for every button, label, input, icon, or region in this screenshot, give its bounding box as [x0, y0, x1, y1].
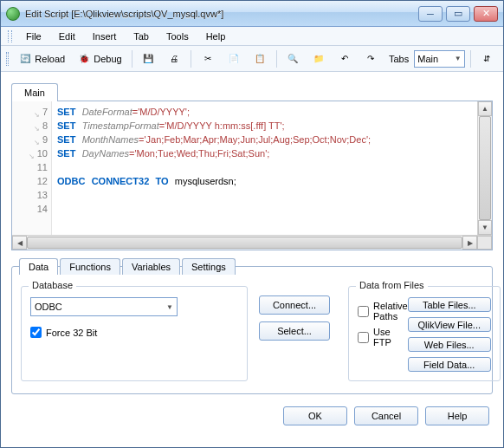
save-button[interactable]: 💾 — [137, 49, 159, 68]
use-ftp-checkbox[interactable]: Use FTP — [358, 327, 408, 347]
table-files-button[interactable]: Table Files... — [408, 297, 491, 312]
open-folder-button[interactable]: 📁 — [307, 49, 330, 68]
tab-functions[interactable]: Functions — [60, 258, 120, 275]
menubar: File Edit Insert Tab Tools Help — [1, 27, 503, 46]
tabs-label: Tabs — [389, 54, 409, 64]
save-icon: 💾 — [141, 52, 155, 66]
undo-icon: ↶ — [338, 52, 352, 66]
web-files-button[interactable]: Web Files... — [408, 337, 491, 352]
reload-icon: 🔄 — [18, 52, 32, 66]
scroll-up-icon[interactable]: ▲ — [478, 101, 492, 116]
menu-insert[interactable]: Insert — [86, 29, 124, 43]
edit-script-window: Edit Script [E:\Qlikview\scripts\QV_mysq… — [0, 0, 504, 448]
field-data-button[interactable]: Field Data... — [408, 357, 491, 372]
database-driver-value: ODBC — [35, 302, 62, 312]
cut-icon: ✂ — [201, 52, 215, 66]
menu-tools[interactable]: Tools — [159, 29, 196, 43]
select-button[interactable]: Select... — [259, 321, 330, 341]
connect-button[interactable]: Connect... — [259, 295, 330, 315]
menu-help[interactable]: Help — [199, 29, 233, 43]
scroll-corner — [477, 236, 492, 250]
database-fieldset: Database ODBC ▼ Force 32 Bit Connect... … — [21, 286, 248, 381]
vertical-scrollbar[interactable]: ▲ ▼ — [477, 101, 492, 235]
app-icon — [6, 7, 20, 21]
database-driver-combo[interactable]: ODBC ▼ — [30, 297, 178, 316]
use-ftp-input[interactable] — [358, 332, 369, 343]
minimize-button[interactable]: ─ — [418, 6, 443, 22]
force-32bit-checkbox[interactable]: Force 32 Bit — [30, 327, 238, 338]
debug-label: Debug — [94, 54, 121, 64]
force-32bit-label: Force 32 Bit — [46, 328, 97, 338]
cut-button[interactable]: ✂ — [197, 49, 219, 68]
content-area: Main ↘7 ↘8 ↘9 ↘10 11 12 13 14 SET DateFo… — [1, 72, 503, 436]
tab-variables[interactable]: Variables — [122, 258, 180, 275]
dialog-buttons: OK Cancel Help — [11, 406, 493, 425]
script-tab-main[interactable]: Main — [11, 83, 58, 101]
titlebar: Edit Script [E:\Qlikview\scripts\QV_mysq… — [1, 1, 503, 27]
tabs-combo-value: Main — [417, 54, 438, 64]
search-button[interactable]: 🔍 — [281, 49, 304, 68]
help-button[interactable]: Help — [425, 406, 489, 425]
fold-icon: ↘ — [33, 108, 40, 115]
scroll-right-icon[interactable]: ▶ — [462, 236, 477, 250]
fold-icon: ↘ — [33, 136, 40, 143]
menubar-grip — [8, 30, 12, 42]
chevron-down-icon: ▼ — [455, 55, 462, 62]
menu-tab[interactable]: Tab — [126, 29, 156, 43]
editor-frame: ↘7 ↘8 ↘9 ↘10 11 12 13 14 SET DateFormat=… — [11, 101, 493, 250]
undo-button[interactable]: ↶ — [333, 49, 356, 68]
force-32bit-input[interactable] — [30, 327, 42, 338]
bottom-panel: Data Functions Variables Settings Databa… — [11, 266, 493, 394]
close-button[interactable]: ✕ — [474, 6, 498, 22]
cancel-button[interactable]: Cancel — [354, 406, 418, 425]
ok-button[interactable]: OK — [283, 406, 347, 425]
paste-icon: 📋 — [253, 52, 267, 66]
script-tabstrip: Main — [11, 82, 493, 101]
print-icon: 🖨 — [167, 52, 181, 66]
debug-button[interactable]: 🐞Debug — [73, 49, 126, 68]
chevron-down-icon: ▼ — [166, 303, 173, 311]
scroll-left-icon[interactable]: ◀ — [12, 236, 27, 250]
debug-icon: 🐞 — [77, 52, 91, 66]
reload-label: Reload — [35, 54, 65, 64]
line-gutter: ↘7 ↘8 ↘9 ↘10 11 12 13 14 — [12, 101, 52, 235]
reload-button[interactable]: 🔄Reload — [14, 49, 69, 68]
paste-button[interactable]: 📋 — [249, 49, 271, 68]
bottom-tabstrip: Data Functions Variables Settings — [19, 258, 237, 275]
copy-button[interactable]: 📄 — [223, 49, 245, 68]
hierarchy-icon: ⇵ — [480, 52, 494, 66]
use-ftp-label: Use FTP — [373, 327, 408, 347]
database-legend: Database — [29, 280, 76, 290]
scroll-thumb[interactable] — [479, 116, 491, 220]
menu-edit[interactable]: Edit — [52, 29, 82, 43]
redo-icon: ↷ — [364, 52, 378, 66]
relative-paths-checkbox[interactable]: Relative Paths — [358, 301, 408, 321]
scroll-thumb[interactable] — [27, 237, 462, 249]
qlikview-file-button[interactable]: QlikView File... — [408, 317, 491, 332]
print-button[interactable]: 🖨 — [163, 49, 185, 68]
files-legend: Data from Files — [356, 280, 428, 290]
search-icon: 🔍 — [286, 52, 300, 66]
tab-settings[interactable]: Settings — [182, 258, 236, 275]
folder-icon: 📁 — [312, 52, 326, 66]
copy-icon: 📄 — [227, 52, 241, 66]
maximize-button[interactable]: ▭ — [446, 6, 470, 22]
relative-paths-label: Relative Paths — [373, 301, 408, 321]
toolbar: 🔄Reload 🐞Debug 💾 🖨 ✂ 📄 📋 🔍 📁 ↶ ↷ Tabs Ma… — [1, 46, 503, 72]
menu-file[interactable]: File — [19, 29, 48, 43]
redo-button[interactable]: ↷ — [359, 49, 382, 68]
window-title: Edit Script [E:\Qlikview\scripts\QV_mysq… — [25, 9, 418, 19]
data-from-files-fieldset: Data from Files Relative Paths Use FTP T… — [348, 286, 501, 381]
fold-icon: ↘ — [33, 122, 40, 129]
tab-settings-button[interactable]: ⇵ — [475, 49, 498, 68]
code-editor[interactable]: ↘7 ↘8 ↘9 ↘10 11 12 13 14 SET DateFormat=… — [12, 101, 492, 235]
tabs-combo[interactable]: Main ▼ — [414, 50, 464, 68]
code-area[interactable]: SET DateFormat='M/D/YYYY'; SET Timestamp… — [52, 101, 477, 235]
horizontal-scrollbar[interactable]: ◀ ▶ — [12, 235, 492, 250]
relative-paths-input[interactable] — [358, 306, 369, 317]
toolbar-grip — [6, 52, 9, 66]
fold-icon: ↘ — [28, 150, 35, 157]
scroll-down-icon[interactable]: ▼ — [478, 220, 492, 235]
tab-data[interactable]: Data — [19, 258, 58, 275]
